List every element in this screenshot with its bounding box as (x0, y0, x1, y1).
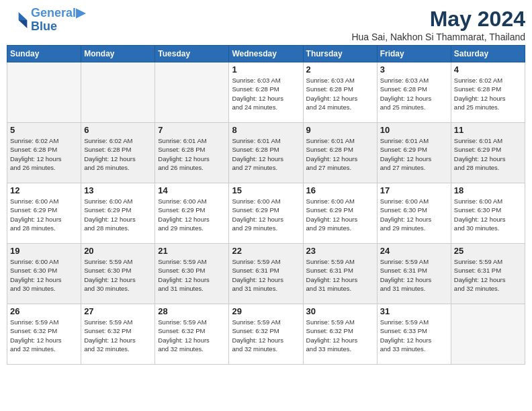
calendar-body: 1Sunrise: 6:03 AM Sunset: 6:28 PM Daylig… (7, 62, 525, 365)
day-info: Sunrise: 6:03 AM Sunset: 6:28 PM Dayligh… (232, 76, 300, 111)
month-year: May 2024 (351, 7, 525, 32)
day-info: Sunrise: 5:59 AM Sunset: 6:31 PM Dayligh… (306, 257, 374, 293)
day-info: Sunrise: 5:59 AM Sunset: 6:30 PM Dayligh… (84, 257, 152, 293)
day-number: 20 (84, 246, 152, 256)
day-number: 22 (232, 246, 300, 256)
day-number: 6 (84, 125, 152, 135)
day-cell-31: 31Sunrise: 5:59 AM Sunset: 6:33 PM Dayli… (377, 304, 451, 365)
day-info: Sunrise: 6:00 AM Sunset: 6:30 PM Dayligh… (10, 257, 78, 293)
logo: General▶ Blue (7, 7, 85, 34)
day-info: Sunrise: 5:59 AM Sunset: 6:31 PM Dayligh… (232, 257, 300, 293)
day-info: Sunrise: 6:03 AM Sunset: 6:28 PM Dayligh… (306, 76, 374, 111)
day-info: Sunrise: 6:01 AM Sunset: 6:28 PM Dayligh… (158, 136, 226, 172)
day-cell-8: 8Sunrise: 6:01 AM Sunset: 6:28 PM Daylig… (229, 123, 303, 183)
weekday-header-thursday: Thursday (303, 46, 377, 62)
day-info: Sunrise: 6:00 AM Sunset: 6:29 PM Dayligh… (306, 197, 374, 232)
week-row-2: 5Sunrise: 6:02 AM Sunset: 6:28 PM Daylig… (7, 123, 525, 183)
empty-cell (451, 304, 525, 365)
day-cell-11: 11Sunrise: 6:01 AM Sunset: 6:29 PM Dayli… (451, 123, 525, 183)
day-cell-25: 25Sunrise: 5:59 AM Sunset: 6:31 PM Dayli… (451, 244, 525, 304)
day-number: 29 (232, 306, 300, 316)
day-cell-15: 15Sunrise: 6:00 AM Sunset: 6:29 PM Dayli… (229, 183, 303, 244)
day-number: 9 (306, 125, 374, 135)
empty-cell (81, 62, 155, 123)
day-number: 26 (10, 306, 78, 316)
day-cell-26: 26Sunrise: 5:59 AM Sunset: 6:32 PM Dayli… (7, 304, 81, 365)
day-number: 31 (380, 306, 448, 316)
day-cell-13: 13Sunrise: 6:00 AM Sunset: 6:29 PM Dayli… (81, 183, 155, 244)
day-info: Sunrise: 6:00 AM Sunset: 6:29 PM Dayligh… (84, 197, 152, 232)
day-info: Sunrise: 5:59 AM Sunset: 6:32 PM Dayligh… (84, 318, 152, 353)
weekday-row: SundayMondayTuesdayWednesdayThursdayFrid… (7, 46, 525, 62)
day-info: Sunrise: 5:59 AM Sunset: 6:30 PM Dayligh… (158, 257, 226, 293)
svg-marker-0 (19, 12, 28, 20)
day-info: Sunrise: 6:01 AM Sunset: 6:28 PM Dayligh… (306, 136, 374, 172)
day-cell-2: 2Sunrise: 6:03 AM Sunset: 6:28 PM Daylig… (303, 62, 377, 123)
day-number: 3 (380, 64, 448, 75)
day-info: Sunrise: 5:59 AM Sunset: 6:32 PM Dayligh… (10, 318, 78, 353)
day-info: Sunrise: 6:00 AM Sunset: 6:29 PM Dayligh… (232, 197, 300, 232)
week-row-1: 1Sunrise: 6:03 AM Sunset: 6:28 PM Daylig… (7, 62, 525, 123)
day-info: Sunrise: 6:01 AM Sunset: 6:29 PM Dayligh… (380, 136, 448, 172)
day-cell-14: 14Sunrise: 6:00 AM Sunset: 6:29 PM Dayli… (155, 183, 229, 244)
day-info: Sunrise: 6:03 AM Sunset: 6:28 PM Dayligh… (380, 76, 448, 111)
day-number: 4 (454, 64, 522, 75)
day-cell-20: 20Sunrise: 5:59 AM Sunset: 6:30 PM Dayli… (81, 244, 155, 304)
day-number: 5 (10, 125, 78, 135)
day-info: Sunrise: 5:59 AM Sunset: 6:32 PM Dayligh… (158, 318, 226, 353)
day-cell-17: 17Sunrise: 6:00 AM Sunset: 6:30 PM Dayli… (377, 183, 451, 244)
empty-cell (7, 62, 81, 123)
day-number: 2 (306, 64, 374, 75)
title-block: May 2024 Hua Sai, Nakhon Si Thammarat, T… (351, 7, 525, 42)
day-info: Sunrise: 6:02 AM Sunset: 6:28 PM Dayligh… (454, 76, 522, 111)
day-number: 11 (454, 125, 522, 135)
day-cell-7: 7Sunrise: 6:01 AM Sunset: 6:28 PM Daylig… (155, 123, 229, 183)
day-number: 8 (232, 125, 300, 135)
day-number: 14 (158, 185, 226, 195)
day-number: 24 (380, 246, 448, 256)
day-info: Sunrise: 6:02 AM Sunset: 6:28 PM Dayligh… (84, 136, 152, 172)
week-row-5: 26Sunrise: 5:59 AM Sunset: 6:32 PM Dayli… (7, 304, 525, 365)
day-number: 23 (306, 246, 374, 256)
day-info: Sunrise: 5:59 AM Sunset: 6:32 PM Dayligh… (306, 318, 374, 353)
day-cell-1: 1Sunrise: 6:03 AM Sunset: 6:28 PM Daylig… (229, 62, 303, 123)
day-number: 15 (232, 185, 300, 195)
day-cell-5: 5Sunrise: 6:02 AM Sunset: 6:28 PM Daylig… (7, 123, 81, 183)
day-cell-4: 4Sunrise: 6:02 AM Sunset: 6:28 PM Daylig… (451, 62, 525, 123)
weekday-header-monday: Monday (81, 46, 155, 62)
day-number: 12 (10, 185, 78, 195)
weekday-header-wednesday: Wednesday (229, 46, 303, 62)
day-cell-9: 9Sunrise: 6:01 AM Sunset: 6:28 PM Daylig… (303, 123, 377, 183)
day-info: Sunrise: 6:02 AM Sunset: 6:28 PM Dayligh… (10, 136, 78, 172)
day-cell-28: 28Sunrise: 5:59 AM Sunset: 6:32 PM Dayli… (155, 304, 229, 365)
day-info: Sunrise: 5:59 AM Sunset: 6:33 PM Dayligh… (380, 318, 448, 353)
page-header: General▶ Blue May 2024 Hua Sai, Nakhon S… (7, 7, 525, 42)
day-number: 1 (232, 64, 300, 75)
logo-icon (7, 9, 28, 31)
day-info: Sunrise: 6:01 AM Sunset: 6:28 PM Dayligh… (232, 136, 300, 172)
weekday-header-sunday: Sunday (7, 46, 81, 62)
day-info: Sunrise: 5:59 AM Sunset: 6:31 PM Dayligh… (380, 257, 448, 293)
day-cell-24: 24Sunrise: 5:59 AM Sunset: 6:31 PM Dayli… (377, 244, 451, 304)
day-cell-16: 16Sunrise: 6:00 AM Sunset: 6:29 PM Dayli… (303, 183, 377, 244)
day-number: 28 (158, 306, 226, 316)
day-cell-3: 3Sunrise: 6:03 AM Sunset: 6:28 PM Daylig… (377, 62, 451, 123)
day-cell-12: 12Sunrise: 6:00 AM Sunset: 6:29 PM Dayli… (7, 183, 81, 244)
day-number: 18 (454, 185, 522, 195)
day-cell-19: 19Sunrise: 6:00 AM Sunset: 6:30 PM Dayli… (7, 244, 81, 304)
day-number: 10 (380, 125, 448, 135)
day-info: Sunrise: 6:00 AM Sunset: 6:30 PM Dayligh… (380, 197, 448, 232)
day-number: 27 (84, 306, 152, 316)
day-cell-23: 23Sunrise: 5:59 AM Sunset: 6:31 PM Dayli… (303, 244, 377, 304)
day-cell-22: 22Sunrise: 5:59 AM Sunset: 6:31 PM Dayli… (229, 244, 303, 304)
day-info: Sunrise: 6:00 AM Sunset: 6:29 PM Dayligh… (158, 197, 226, 232)
day-number: 21 (158, 246, 226, 256)
day-number: 25 (454, 246, 522, 256)
day-number: 13 (84, 185, 152, 195)
location: Hua Sai, Nakhon Si Thammarat, Thailand (351, 32, 525, 42)
day-cell-10: 10Sunrise: 6:01 AM Sunset: 6:29 PM Dayli… (377, 123, 451, 183)
logo-text: General▶ Blue (31, 7, 85, 34)
week-row-3: 12Sunrise: 6:00 AM Sunset: 6:29 PM Dayli… (7, 183, 525, 244)
calendar: SundayMondayTuesdayWednesdayThursdayFrid… (7, 45, 525, 365)
day-number: 7 (158, 125, 226, 135)
